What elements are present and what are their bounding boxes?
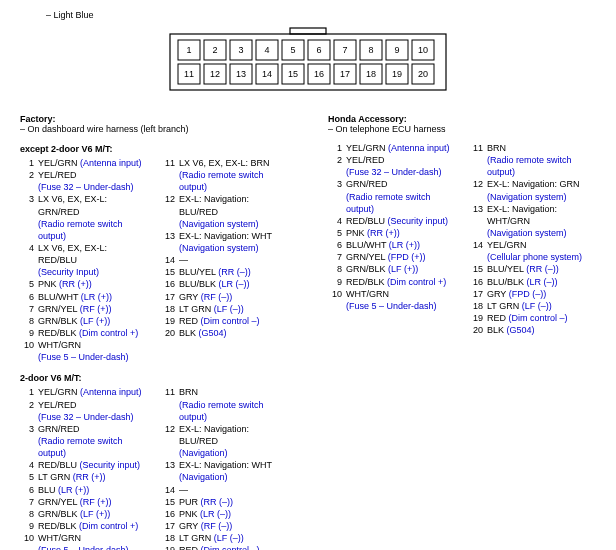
pin-body: GRY (RF (–)): [179, 291, 288, 303]
pin-row: 4LX V6, EX, EX-L: RED/BLU: [20, 242, 147, 266]
accessory-sub: – On telephone ECU harness: [328, 124, 596, 134]
pin-number: 7: [20, 496, 34, 508]
pin-row: 1YEL/GRN (Antenna input): [20, 386, 147, 398]
pin-row: 10WHT/GRN: [328, 288, 455, 300]
pin-body: BLU/WHT (LR (+)): [346, 239, 455, 251]
pin-row: 13EX-L: Navigation: WHT/GRN: [469, 203, 596, 227]
pin-number: 20: [469, 324, 483, 336]
pin-number: 8: [328, 263, 342, 275]
pin-row: 9RED/BLK (Dim control +): [328, 276, 455, 288]
pin-body: WHT/GRN: [38, 339, 147, 351]
pin-number: 17: [161, 520, 175, 532]
pin-row: 11BRN: [469, 142, 596, 154]
pin-body: EX-L: Navigation: BLU/RED: [179, 193, 288, 217]
pin-row: 18LT GRN (LF (–)): [161, 532, 288, 544]
pin-function: (RF (+)): [80, 497, 112, 507]
pin-number: 17: [161, 291, 175, 303]
pin-body: —: [179, 254, 288, 266]
pin-color: EX-L: Navigation: BLU/RED: [179, 194, 249, 216]
pin-number: 11: [161, 386, 175, 398]
pin-color: EX-L: Navigation: WHT: [179, 231, 272, 241]
pin-color: PUR: [179, 497, 198, 507]
accessory-section: Honda Accessory: – On telephone ECU harn…: [328, 112, 596, 550]
pin-body: GRN/RED: [38, 423, 147, 435]
svg-text:15: 15: [288, 69, 298, 79]
pin-row: 14YEL/GRN: [469, 239, 596, 251]
svg-text:20: 20: [418, 69, 428, 79]
pin-function: (Navigation system): [487, 191, 596, 203]
pin-color: LX V6, EX, EX-L: RED/BLU: [38, 243, 107, 265]
svg-text:5: 5: [290, 45, 295, 55]
pin-body: GRN/YEL (RF (+)): [38, 303, 147, 315]
pin-row: 6BLU/WHT (LR (+)): [328, 239, 455, 251]
pin-number: 11: [161, 157, 175, 169]
pin-function: (Dim control +): [387, 277, 446, 287]
pin-function: (RF (+)): [80, 304, 112, 314]
pin-body: GRY (FPD (–)): [487, 288, 596, 300]
pin-number: 18: [161, 303, 175, 315]
pin-row: 2YEL/RED: [20, 399, 147, 411]
pin-function: (Fuse 5 – Under-dash): [346, 300, 455, 312]
pin-function: (Dim control +): [79, 521, 138, 531]
pin-function: (Radio remote switch output): [38, 218, 147, 242]
pin-color: —: [179, 485, 188, 495]
pin-row: 14—: [161, 484, 288, 496]
pin-row: 19RED (Dim control –): [161, 544, 288, 550]
pin-body: GRN/RED: [346, 178, 455, 190]
pin-body: PNK (LR (–)): [179, 508, 288, 520]
pin-number: 4: [328, 215, 342, 227]
pin-function: (Navigation): [179, 471, 288, 483]
pin-body: RED/BLU (Security input): [38, 459, 147, 471]
pin-row: 12EX-L: Navigation: GRN: [469, 178, 596, 190]
pin-function: (Fuse 32 – Under-dash): [38, 411, 147, 423]
pin-function: (Navigation system): [179, 218, 288, 230]
pin-body: PNK (RR (+)): [346, 227, 455, 239]
pin-color: LT GRN: [179, 304, 211, 314]
pin-function: (Radio remote switch output): [346, 191, 455, 215]
pin-body: BLU/WHT (LR (+)): [38, 291, 147, 303]
pin-body: LT GRN (RR (+)): [38, 471, 147, 483]
pin-row: 5PNK (RR (+)): [20, 278, 147, 290]
pin-function: (Dim control +): [79, 328, 138, 338]
pin-function: (FPD (+)): [388, 252, 426, 262]
pin-number: 15: [161, 266, 175, 278]
pin-row: 11BRN: [161, 386, 288, 398]
pin-body: YEL/RED: [38, 399, 147, 411]
pin-body: LX V6, EX, EX-L: RED/BLU: [38, 242, 147, 266]
pin-color: RED: [487, 313, 506, 323]
pin-color: —: [179, 255, 188, 265]
pin-body: LT GRN (LF (–)): [179, 303, 288, 315]
pin-row: 7GRN/YEL (FPD (+)): [328, 251, 455, 263]
pin-number: 16: [161, 508, 175, 520]
pin-body: YEL/RED: [38, 169, 147, 181]
pin-number: 9: [328, 276, 342, 288]
pin-color: LX V6, EX, EX-L: BRN: [179, 158, 270, 168]
pin-color: GRN/RED: [38, 424, 80, 434]
pin-body: WHT/GRN: [346, 288, 455, 300]
pin-function: (FPD (–)): [509, 289, 547, 299]
pin-number: 12: [161, 423, 175, 435]
pin-body: EX-L: Navigation: WHT/GRN: [487, 203, 596, 227]
svg-text:16: 16: [314, 69, 324, 79]
pin-row: 6BLU (LR (+)): [20, 484, 147, 496]
pin-number: 2: [20, 169, 34, 181]
pin-body: —: [179, 484, 288, 496]
pin-number: 3: [20, 193, 34, 205]
pin-body: PNK (RR (+)): [38, 278, 147, 290]
pin-color: EX-L: Navigation: WHT/GRN: [487, 204, 557, 226]
pin-row: 17GRY (RF (–)): [161, 291, 288, 303]
pin-number: 3: [328, 178, 342, 190]
pin-body: RED (Dim control –): [179, 315, 288, 327]
pin-function: (Fuse 5 – Under-dash): [38, 544, 147, 550]
pin-body: GRN/YEL (RF (+)): [38, 496, 147, 508]
pin-number: 9: [20, 520, 34, 532]
pin-row: 3LX V6, EX, EX-L: GRN/RED: [20, 193, 147, 217]
factory-sub: – On dashboard wire harness (left branch…: [20, 124, 288, 134]
pin-body: YEL/RED: [346, 154, 455, 166]
pin-row: 19RED (Dim control –): [469, 312, 596, 324]
pin-function: (LF (–)): [522, 301, 552, 311]
svg-text:18: 18: [366, 69, 376, 79]
svg-text:12: 12: [210, 69, 220, 79]
pin-row: 15BLU/YEL (RR (–)): [161, 266, 288, 278]
pin-color: BLU/YEL: [487, 264, 524, 274]
